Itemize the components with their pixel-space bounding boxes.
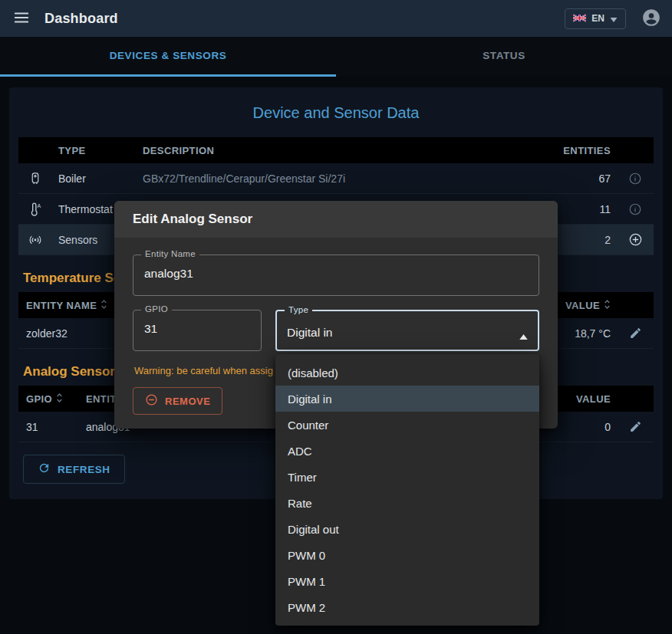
table-row-boiler: Boiler GBx72/Trendline/Cerapur/Greenstar… <box>18 163 654 194</box>
hamburger-icon <box>13 9 30 28</box>
type-dropdown-menu: (disabled) Digital in Counter ADC Timer … <box>275 354 539 626</box>
type-label: Type <box>285 305 312 314</box>
refresh-icon <box>38 462 51 477</box>
chevron-up-icon <box>519 329 528 343</box>
header-type: TYPE <box>52 145 137 156</box>
tab-devices-sensors[interactable]: DEVICES & SENSORS <box>0 37 336 77</box>
gpio-label: GPIO <box>141 304 172 314</box>
header-description: DESCRIPTION <box>137 145 540 156</box>
screen: Dashboard EN DEVICES & <box>0 0 672 634</box>
menu-option-rate[interactable]: Rate <box>275 490 539 516</box>
gpio-input[interactable] <box>144 322 250 336</box>
type-select[interactable]: Type Digital in <box>275 310 539 351</box>
app-title: Dashboard <box>44 11 118 27</box>
entity-name-field[interactable]: Entity Name <box>133 255 539 296</box>
tab-bar: DEVICES & SENSORS STATUS <box>0 37 672 77</box>
device-type: Boiler <box>52 172 137 185</box>
gpio-field[interactable]: GPIO <box>133 310 262 351</box>
menu-option-pwm-1[interactable]: PWM 1 <box>275 568 539 594</box>
menu-option-counter[interactable]: Counter <box>275 412 539 438</box>
remove-label: REMOVE <box>165 396 210 407</box>
edit-sensor-button[interactable] <box>626 417 645 436</box>
language-selector[interactable]: EN <box>565 8 626 29</box>
info-button[interactable] <box>625 169 645 189</box>
sensors-icon <box>18 232 52 248</box>
sort-icon <box>604 299 611 312</box>
menu-option-pwm-0[interactable]: PWM 0 <box>275 542 539 568</box>
entity-name-input[interactable] <box>144 267 528 281</box>
refresh-button[interactable]: REFRESH <box>23 455 125 484</box>
menu-option-adc[interactable]: ADC <box>275 438 539 464</box>
menu-option-timer[interactable]: Timer <box>275 464 539 490</box>
thermostat-icon: A <box>18 202 52 217</box>
devices-table-header: TYPE DESCRIPTION ENTITIES <box>18 137 654 163</box>
info-button[interactable] <box>625 199 645 219</box>
menu-option-disabled[interactable]: (disabled) <box>275 360 539 386</box>
user-avatar-button[interactable] <box>641 8 661 30</box>
app-bar: Dashboard EN <box>0 0 672 37</box>
dialog-title: Edit Analog Sensor <box>114 201 558 238</box>
uk-flag-icon <box>573 13 586 25</box>
refresh-label: REFRESH <box>58 464 110 475</box>
sort-value[interactable]: VALUE <box>565 299 611 312</box>
sensor-gpio: 31 <box>18 421 80 433</box>
menu-option-digital-in[interactable]: Digital in <box>275 386 539 412</box>
add-entity-button[interactable] <box>625 229 646 250</box>
remove-button[interactable]: REMOVE <box>133 387 222 415</box>
chevron-down-icon <box>610 13 618 25</box>
sort-icon <box>56 393 63 406</box>
sort-gpio[interactable]: GPIO <box>26 393 63 406</box>
sort-icon <box>100 299 107 312</box>
device-description: GBx72/Trendline/Cerapur/Greenstar Si/27i <box>137 172 540 185</box>
remove-circle-icon <box>145 393 158 409</box>
menu-option-pwm-2[interactable]: PWM 2 <box>275 594 539 620</box>
type-selected-value: Digital in <box>287 326 332 340</box>
page-title: Device and Sensor Data <box>18 104 654 122</box>
boiler-icon <box>18 171 52 186</box>
language-label: EN <box>591 13 604 24</box>
menu-option-digital-out[interactable]: Digital out <box>275 516 539 542</box>
header-gpio: GPIO <box>26 393 52 405</box>
user-avatar-icon <box>641 8 661 30</box>
header-value: VALUE <box>565 300 600 311</box>
header-entities: ENTITIES <box>540 145 617 156</box>
tab-status[interactable]: STATUS <box>336 37 672 77</box>
header-entity-name: ENTITY NAME <box>26 300 97 311</box>
menu-button[interactable] <box>11 8 32 29</box>
edit-sensor-button[interactable] <box>626 324 645 343</box>
entity-name-label: Entity Name <box>141 249 199 258</box>
sort-entity-name[interactable]: ENTITY NAME <box>26 299 107 312</box>
svg-text:A: A <box>38 202 41 209</box>
device-entities-count: 67 <box>540 172 617 185</box>
